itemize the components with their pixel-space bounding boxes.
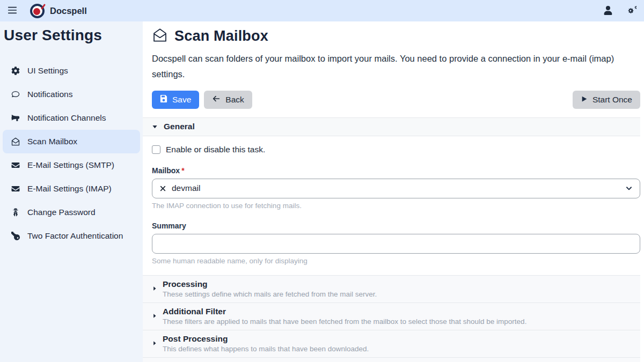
page-title: Scan Mailbox xyxy=(174,28,268,45)
user-secret-icon xyxy=(10,208,21,217)
summary-input[interactable] xyxy=(152,234,640,254)
collapsed-sections: Processing These settings define which m… xyxy=(143,275,640,362)
user-settings-sidebar: User Settings UI Settings Notifications xyxy=(0,21,143,362)
app-name: Docspell xyxy=(50,6,87,16)
section-subtitle: These settings define which mails are fe… xyxy=(163,290,377,298)
section-title: Processing xyxy=(163,279,377,289)
sidebar-title: User Settings xyxy=(3,26,140,44)
enable-task-checkbox[interactable] xyxy=(152,145,160,154)
enable-task-label[interactable]: Enable or disable this task. xyxy=(166,145,265,154)
caret-right-icon xyxy=(152,285,157,292)
caret-down-icon xyxy=(152,124,158,130)
admin-settings-button[interactable] xyxy=(627,5,636,17)
post-processing-section-header[interactable]: Post Processing This defines what happen… xyxy=(143,330,640,357)
sidebar-item-notification-channels[interactable]: Notification Channels xyxy=(3,106,140,130)
mailbox-select[interactable]: devmail xyxy=(152,179,640,198)
play-icon xyxy=(581,95,588,105)
comment-icon xyxy=(10,90,21,99)
bars-icon xyxy=(8,5,17,17)
sidebar-item-ui-settings[interactable]: UI Settings xyxy=(3,59,140,83)
envelope-open-icon xyxy=(152,28,168,45)
general-section-label: General xyxy=(164,122,195,131)
sidebar-item-label: Notification Channels xyxy=(27,113,106,123)
user-icon xyxy=(603,5,613,17)
metadata-section-header[interactable]: Metadata Define metadata that should be … xyxy=(143,357,640,362)
mailbox-field: Mailbox* devmail The IMAP connection to … xyxy=(152,166,640,210)
section-subtitle: This defines what happens to mails that … xyxy=(163,345,369,353)
clear-x-icon[interactable] xyxy=(159,185,166,192)
section-title: Post Processing xyxy=(163,334,369,344)
action-buttons: Save Back Start Once xyxy=(152,91,640,109)
section-subtitle: These filters are applied to mails that … xyxy=(163,317,526,326)
summary-label: Summary xyxy=(152,221,186,230)
summary-help-text: Some human readable name, only for displ… xyxy=(152,257,640,265)
back-button[interactable]: Back xyxy=(204,91,252,109)
docspell-logo-icon xyxy=(30,4,45,18)
chevron-down-icon[interactable] xyxy=(625,184,633,192)
top-navbar: Docspell xyxy=(0,0,644,21)
sidebar-item-label: E-Mail Settings (SMTP) xyxy=(27,160,114,170)
page-description: Docspell can scan folders of your mailbo… xyxy=(152,51,640,82)
scan-mailbox-page: Scan Mailbox Docspell can scan folders o… xyxy=(143,21,644,362)
required-mark: * xyxy=(181,166,184,175)
back-button-label: Back xyxy=(225,95,244,105)
start-once-button-label: Start Once xyxy=(592,95,632,105)
general-section-header[interactable]: General xyxy=(143,117,640,136)
additional-filter-section-header[interactable]: Additional Filter These filters are appl… xyxy=(143,302,640,330)
mailbox-label: Mailbox xyxy=(152,166,180,175)
sidebar-item-two-factor-auth[interactable]: Two Factor Authentication xyxy=(3,224,140,248)
envelope-icon xyxy=(10,161,21,169)
section-title: Additional Filter xyxy=(163,307,526,316)
key-icon xyxy=(10,232,21,240)
floppy-icon xyxy=(160,95,167,105)
mailbox-selected-value: devmail xyxy=(172,183,200,193)
mailbox-help-text: The IMAP connection to use for fetching … xyxy=(152,202,640,210)
sidebar-item-label: E-Mail Settings (IMAP) xyxy=(27,184,112,194)
sidebar-item-label: Notifications xyxy=(27,90,72,99)
account-menu-button[interactable] xyxy=(603,5,613,17)
caret-right-icon xyxy=(152,340,157,346)
arrow-left-icon xyxy=(212,94,221,105)
sidebar-item-label: UI Settings xyxy=(27,66,68,76)
save-button[interactable]: Save xyxy=(152,91,199,109)
sidebar-item-label: Two Factor Authentication xyxy=(27,231,123,241)
caret-right-icon xyxy=(152,313,157,319)
sidebar-nav: UI Settings Notifications Notification C… xyxy=(3,59,140,248)
brand[interactable]: Docspell xyxy=(30,4,87,18)
start-once-button[interactable]: Start Once xyxy=(573,91,640,109)
page-head: Scan Mailbox xyxy=(152,28,640,45)
enable-task-row: Enable or disable this task. xyxy=(152,145,640,154)
sidebar-item-scan-mailbox[interactable]: Scan Mailbox xyxy=(3,130,140,153)
sidebar-item-label: Scan Mailbox xyxy=(27,137,77,146)
processing-section-header[interactable]: Processing These settings define which m… xyxy=(143,275,640,302)
sidebar-item-change-password[interactable]: Change Password xyxy=(3,201,140,224)
cogs-icon xyxy=(627,5,636,17)
summary-field: Summary Some human readable name, only f… xyxy=(152,221,640,265)
envelope-open-icon xyxy=(10,137,21,146)
sidebar-item-email-settings-smtp[interactable]: E-Mail Settings (SMTP) xyxy=(3,153,140,177)
gear-icon xyxy=(10,67,21,75)
sidebar-item-email-settings-imap[interactable]: E-Mail Settings (IMAP) xyxy=(3,177,140,201)
save-button-label: Save xyxy=(172,95,191,105)
sidebar-item-notifications[interactable]: Notifications xyxy=(3,83,140,106)
docspell-app: Docspell User Settings xyxy=(0,0,644,362)
menu-toggle-button[interactable] xyxy=(8,5,17,17)
bullhorn-icon xyxy=(10,114,21,122)
envelope-icon xyxy=(10,184,21,193)
sidebar-item-label: Change Password xyxy=(27,208,96,217)
